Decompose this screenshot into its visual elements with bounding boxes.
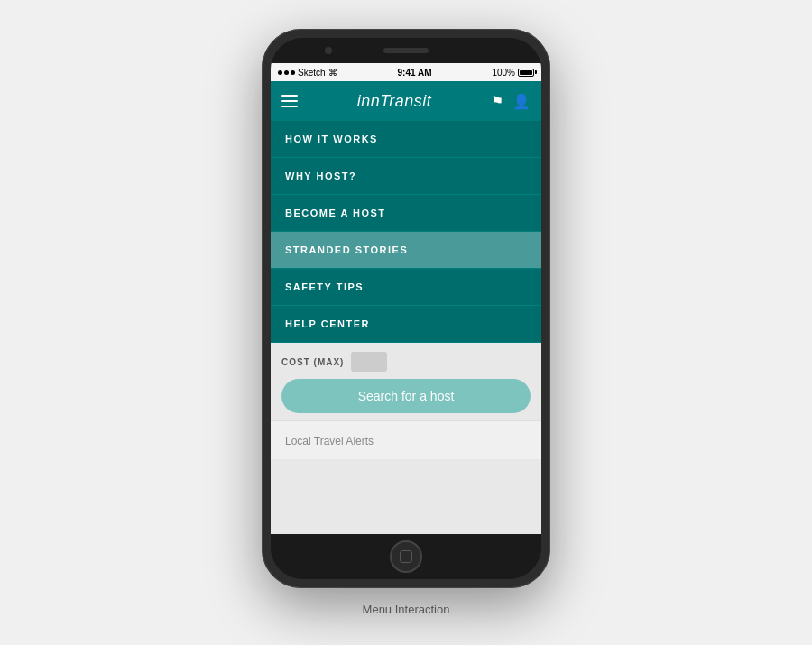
- phone-wrapper: Sketch ⌘ 9:41 AM 100%: [262, 29, 550, 616]
- status-left: Sketch ⌘: [278, 68, 337, 78]
- signal-dot-2: [284, 70, 289, 75]
- content-area: COST (MAX) Search for a host Local Trave…: [271, 343, 541, 534]
- hamburger-line-1: [281, 95, 298, 97]
- phone-screen: Sketch ⌘ 9:41 AM 100%: [271, 63, 541, 534]
- header-icons: ⚑ 👤: [491, 93, 531, 110]
- phone-speaker: [383, 48, 429, 53]
- menu-overlay: HOW IT WORKS WHY HOST? BECOME A HOST STR…: [271, 121, 541, 534]
- user-icon[interactable]: 👤: [512, 93, 531, 110]
- menu-item-why-host[interactable]: WHY HOST?: [271, 158, 541, 195]
- travel-alerts-label: Local Travel Alerts: [285, 435, 374, 447]
- app-title: innTransit: [357, 92, 432, 111]
- cost-row: COST (MAX): [281, 352, 531, 372]
- app-header: innTransit ⚑ 👤: [271, 81, 541, 121]
- hamburger-button[interactable]: [281, 95, 298, 107]
- battery-percent: 100%: [492, 68, 515, 78]
- status-time: 9:41 AM: [398, 68, 432, 78]
- signal-dot-3: [291, 70, 295, 75]
- phone-camera: [325, 47, 332, 54]
- travel-alerts-section: Local Travel Alerts: [271, 420, 541, 459]
- home-button-inner: [400, 550, 412, 563]
- battery-icon: [518, 69, 534, 77]
- home-button[interactable]: [390, 540, 422, 573]
- caption: Menu Interaction: [363, 603, 450, 616]
- phone-top-bezel: [271, 38, 541, 63]
- menu-item-become-a-host[interactable]: BECOME A HOST: [271, 195, 541, 232]
- menu-item-help-center[interactable]: HELP CENTER: [271, 306, 541, 343]
- hamburger-line-2: [281, 100, 298, 102]
- status-bar: Sketch ⌘ 9:41 AM 100%: [271, 63, 541, 81]
- phone-device: Sketch ⌘ 9:41 AM 100%: [262, 29, 550, 588]
- search-host-button[interactable]: Search for a host: [281, 379, 531, 413]
- signal-dots: [278, 70, 295, 75]
- phone-inner: Sketch ⌘ 9:41 AM 100%: [271, 38, 541, 579]
- bookmark-icon[interactable]: ⚑: [491, 93, 503, 110]
- cost-label: COST (MAX): [281, 357, 344, 367]
- battery-fill: [520, 70, 532, 75]
- menu-item-how-it-works[interactable]: HOW IT WORKS: [271, 121, 541, 158]
- phone-bottom-bezel: [271, 534, 541, 579]
- wifi-icon: ⌘: [328, 68, 337, 78]
- carrier-name: Sketch: [298, 68, 326, 78]
- search-form-area: COST (MAX) Search for a host: [271, 343, 541, 420]
- hamburger-line-3: [281, 106, 298, 107]
- signal-dot-1: [278, 70, 282, 75]
- menu-item-stranded-stories[interactable]: STRANDED STORIES: [271, 232, 541, 269]
- menu-item-safety-tips[interactable]: SAFETY TIPS: [271, 269, 541, 306]
- cost-input[interactable]: [351, 352, 387, 372]
- status-right: 100%: [492, 68, 534, 78]
